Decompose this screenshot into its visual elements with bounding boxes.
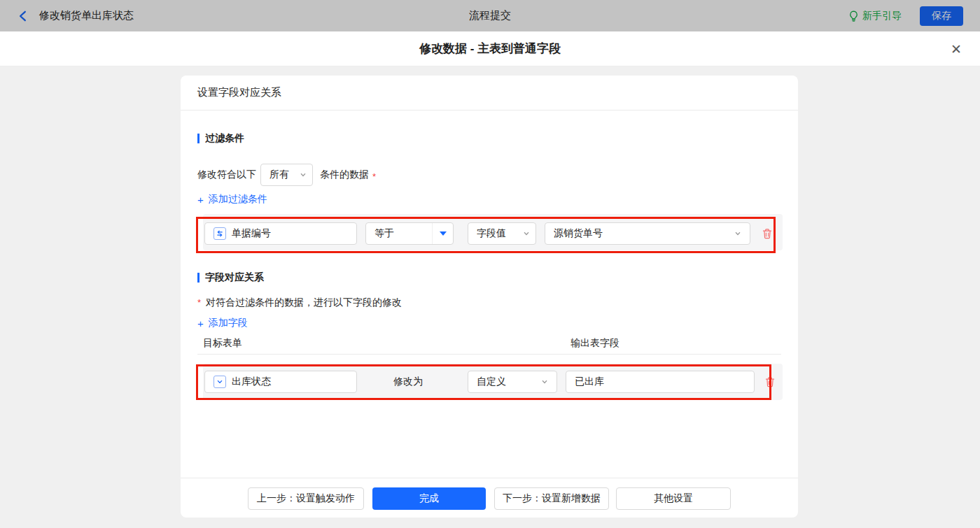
filter-field-value: 单据编号 xyxy=(232,227,271,240)
match-condition-row: 修改符合以下 所有 条件的数据 * xyxy=(197,164,376,186)
dialog-title: 修改数据 - 主表到普通字段 xyxy=(419,41,561,57)
flow-title: 修改销货单出库状态 xyxy=(39,9,134,22)
modify-to-label: 修改为 xyxy=(393,371,423,393)
new-value-text: 已出库 xyxy=(575,376,604,388)
dialog-body: 设置字段对应关系 过滤条件 修改符合以下 所有 条件的数据 * + 添 xyxy=(0,66,980,528)
required-mark: * xyxy=(372,171,376,182)
filter-section-label: 过滤条件 xyxy=(205,132,244,145)
section-accent-bar xyxy=(197,273,200,283)
modify-mode-value: 自定义 xyxy=(477,376,506,388)
save-button[interactable]: 保存 xyxy=(920,6,963,26)
footer-divider xyxy=(181,478,798,478)
serial-number-field-icon xyxy=(214,227,226,240)
mapping-hint: * 对符合过滤条件的数据，进行以下字段的修改 xyxy=(197,297,402,309)
filter-field-input[interactable]: 单据编号 xyxy=(204,222,357,245)
match-suffix-label: 条件的数据 xyxy=(320,169,369,181)
select-field-icon xyxy=(214,376,226,388)
match-prefix-label: 修改符合以下 xyxy=(197,169,256,181)
mapping-hint-text: 对符合过滤条件的数据，进行以下字段的修改 xyxy=(206,297,402,309)
mapping-section-label: 字段对应关系 xyxy=(205,271,264,284)
delete-filter-row-icon[interactable] xyxy=(762,227,773,241)
column-header-target-form: 目标表单 xyxy=(203,337,242,350)
chevron-down-icon xyxy=(734,230,741,237)
next-step-button[interactable]: 下一步：设置新增数据 xyxy=(494,487,609,510)
topbar-right: 新手引导 保存 xyxy=(848,6,963,26)
plus-icon: + xyxy=(197,318,204,329)
beginner-guide-link[interactable]: 新手引导 xyxy=(848,10,902,22)
mapping-section-title: 字段对应关系 xyxy=(197,271,264,284)
chevron-down-icon xyxy=(541,378,548,385)
back-icon[interactable] xyxy=(17,10,29,22)
column-header-divider xyxy=(197,354,781,355)
delete-mapping-row-icon[interactable] xyxy=(764,375,776,389)
topbar: 修改销货单出库状态 流程提交 新手引导 保存 xyxy=(0,0,980,31)
target-field-input[interactable]: 出库状态 xyxy=(204,371,357,393)
other-settings-button[interactable]: 其他设置 xyxy=(616,487,731,510)
dialog-header: 修改数据 - 主表到普通字段 ✕ xyxy=(0,31,980,66)
operator-dropdown-button[interactable] xyxy=(432,223,453,244)
beginner-guide-label: 新手引导 xyxy=(862,10,902,22)
lightbulb-icon xyxy=(848,10,859,22)
match-type-value: 所有 xyxy=(270,169,289,181)
topbar-left: 修改销货单出库状态 xyxy=(17,9,134,22)
add-filter-condition-label: 添加过滤条件 xyxy=(209,193,267,206)
add-filter-condition-link[interactable]: + 添加过滤条件 xyxy=(197,193,267,206)
section-accent-bar xyxy=(197,134,200,143)
operator-select[interactable]: 等于 xyxy=(365,222,454,245)
value-type-value: 字段值 xyxy=(477,227,506,240)
add-field-link[interactable]: + 添加字段 xyxy=(197,317,248,329)
chevron-down-icon xyxy=(523,230,530,237)
filter-section-title: 过滤条件 xyxy=(197,132,244,145)
topbar-center-title: 流程提交 xyxy=(469,0,511,31)
plus-icon: + xyxy=(197,194,204,205)
chevron-down-icon xyxy=(300,171,307,178)
modify-mode-select[interactable]: 自定义 xyxy=(468,371,557,393)
column-header-output-field: 输出表字段 xyxy=(570,337,620,350)
filter-value-select[interactable]: 源销货单号 xyxy=(545,222,750,245)
match-type-select[interactable]: 所有 xyxy=(260,164,313,186)
operator-value: 等于 xyxy=(374,227,394,240)
settings-card: 设置字段对应关系 过滤条件 修改符合以下 所有 条件的数据 * + 添 xyxy=(181,76,798,518)
done-button[interactable]: 完成 xyxy=(372,487,486,510)
prev-step-button[interactable]: 上一步：设置触发动作 xyxy=(248,487,364,510)
add-field-label: 添加字段 xyxy=(209,317,248,329)
target-field-value: 出库状态 xyxy=(232,376,271,388)
new-value-input[interactable]: 已出库 xyxy=(566,371,755,393)
caret-down-icon xyxy=(440,231,447,236)
filter-value: 源销货单号 xyxy=(554,227,603,240)
card-header: 设置字段对应关系 xyxy=(181,76,798,110)
required-mark: * xyxy=(197,297,201,308)
close-icon[interactable]: ✕ xyxy=(951,31,962,66)
value-type-select[interactable]: 字段值 xyxy=(468,222,536,245)
screen: 修改销货单出库状态 流程提交 新手引导 保存 修改数据 - 主表到普通字段 ✕ … xyxy=(0,0,980,528)
